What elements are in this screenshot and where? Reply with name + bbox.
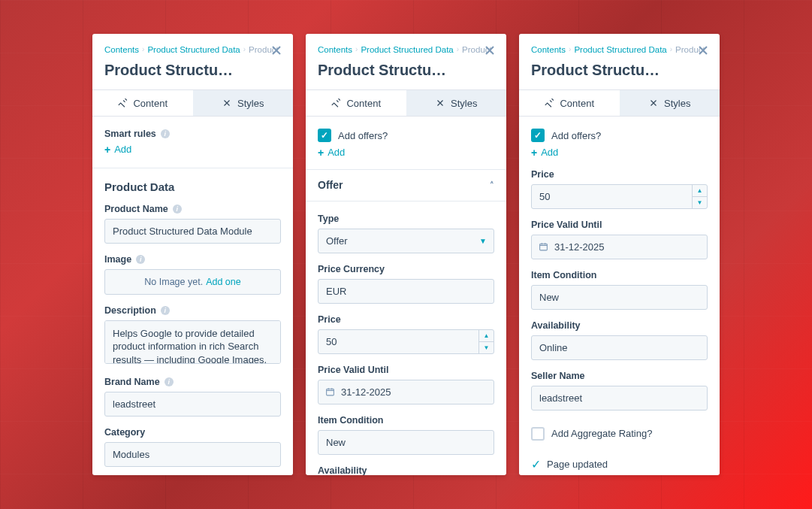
field-label: Seller Name	[531, 371, 585, 381]
status-page-updated: ✓ Page updated	[531, 457, 708, 471]
chevron-right-icon: ›	[355, 46, 358, 53]
field-label: Price	[318, 314, 341, 325]
info-icon[interactable]	[173, 205, 182, 214]
tab-label: Styles	[664, 98, 690, 109]
step-up-icon[interactable]: ▲	[693, 185, 707, 197]
panel-offer: Contents › Product Structured Data › Pro…	[306, 34, 506, 475]
price-valid-until-input[interactable]	[531, 235, 708, 259]
price-input[interactable]	[318, 329, 494, 354]
close-icon[interactable]	[270, 44, 282, 56]
description-input[interactable]: Helps Google to provide detailed product…	[104, 320, 281, 364]
field-label: Brand Name	[104, 377, 160, 387]
section-heading: Product Data	[104, 180, 281, 193]
type-select[interactable]	[318, 229, 494, 253]
price-valid-until-input[interactable]	[318, 380, 494, 404]
tab-label: Styles	[451, 98, 477, 109]
field-label: Category	[104, 427, 145, 438]
tab-styles[interactable]: Styles	[193, 90, 294, 116]
add-offer-button[interactable]: + Add	[318, 147, 345, 158]
chevron-right-icon: ›	[142, 46, 144, 53]
field-label: Availability	[531, 320, 581, 331]
price-currency-input[interactable]	[318, 279, 494, 304]
field-label: Type	[318, 214, 339, 224]
seller-name-input[interactable]	[531, 386, 708, 411]
tab-label: Content	[346, 98, 381, 109]
checkbox-icon	[531, 129, 545, 142]
crumb-psd[interactable]: Product Structured Data	[361, 45, 453, 54]
close-icon[interactable]	[697, 44, 709, 56]
close-icon[interactable]	[484, 44, 496, 56]
field-label: Price Valid Until	[531, 220, 602, 230]
plus-icon: +	[531, 147, 537, 158]
info-icon[interactable]	[161, 306, 170, 315]
tab-label: Styles	[237, 98, 264, 109]
add-offer-button[interactable]: + Add	[531, 147, 558, 158]
price-input[interactable]	[531, 184, 708, 209]
tab-content[interactable]: Content	[519, 90, 620, 116]
svg-rect-1	[540, 244, 548, 250]
chevron-right-icon: ›	[457, 46, 459, 53]
add-smart-rule[interactable]: + Add	[104, 144, 131, 155]
add-aggregate-rating-checkbox[interactable]: Add Aggregate Rating?	[531, 427, 708, 441]
calendar-icon	[325, 387, 335, 397]
checkbox-icon	[531, 427, 545, 441]
product-name-input[interactable]	[104, 219, 281, 244]
field-label: Price Valid Until	[318, 365, 388, 375]
checkbox-icon	[318, 129, 331, 142]
page-title: Product Structu…	[104, 62, 281, 79]
chevron-up-icon: ˄	[490, 180, 494, 190]
item-condition-input[interactable]	[531, 285, 708, 310]
tab-label: Content	[560, 98, 594, 109]
plus-icon: +	[318, 147, 324, 158]
image-picker[interactable]: No Image yet. Add one	[104, 269, 281, 295]
field-label: Price	[531, 169, 554, 180]
step-down-icon[interactable]: ▼	[479, 342, 494, 353]
crumb-contents[interactable]: Contents	[318, 45, 352, 54]
tab-content[interactable]: Content	[306, 90, 406, 116]
breadcrumb: Contents › Product Structured Data › Pro…	[104, 45, 281, 54]
add-image-link[interactable]: Add one	[206, 277, 241, 287]
tabs: Content Styles	[519, 89, 720, 117]
category-input[interactable]	[104, 442, 281, 467]
step-down-icon[interactable]: ▼	[693, 197, 707, 208]
plus-icon: +	[104, 144, 110, 155]
add-offers-checkbox[interactable]: Add offers?	[531, 129, 708, 142]
info-icon[interactable]	[136, 255, 145, 264]
field-label: Item Condition	[318, 415, 384, 426]
item-condition-input[interactable]	[318, 430, 494, 455]
page-title: Product Structu…	[318, 62, 494, 79]
field-label: Item Condition	[531, 270, 597, 280]
tabs: Content Styles	[306, 89, 506, 117]
breadcrumb: Contents › Product Structured Data › Pro…	[531, 45, 708, 54]
breadcrumb: Contents › Product Structured Data › Pro…	[318, 45, 494, 54]
info-icon[interactable]	[165, 377, 174, 386]
check-icon: ✓	[531, 457, 541, 471]
tab-label: Content	[133, 98, 168, 109]
chevron-right-icon: ›	[670, 46, 672, 53]
crumb-psd[interactable]: Product Structured Data	[574, 45, 666, 54]
number-stepper[interactable]: ▲ ▼	[692, 185, 707, 208]
field-label: Availability	[318, 465, 367, 476]
number-stepper[interactable]: ▲ ▼	[478, 330, 494, 353]
calendar-icon	[539, 242, 548, 252]
info-icon[interactable]	[161, 129, 170, 138]
click-here-link[interactable]: Click here	[618, 474, 654, 476]
field-label: Image	[104, 254, 131, 265]
offer-accordion-header[interactable]: Offer ˄	[306, 170, 506, 201]
crumb-contents[interactable]: Contents	[531, 45, 566, 54]
tab-styles[interactable]: Styles	[620, 90, 720, 116]
field-label: Product Name	[104, 204, 168, 214]
add-offers-checkbox[interactable]: Add offers?	[318, 129, 494, 142]
chevron-right-icon: ›	[243, 46, 246, 53]
helper-text: Can't see your updates? Click here	[531, 474, 708, 476]
field-label: Price Currency	[318, 264, 385, 274]
brand-name-input[interactable]	[104, 392, 281, 417]
crumb-contents[interactable]: Contents	[104, 45, 139, 54]
step-up-icon[interactable]: ▲	[479, 330, 494, 342]
field-label: Description	[104, 305, 156, 316]
crumb-psd[interactable]: Product Structured Data	[147, 45, 240, 54]
panel-product-data: Contents › Product Structured Data › Pro…	[92, 34, 293, 475]
tab-styles[interactable]: Styles	[406, 90, 507, 116]
tab-content[interactable]: Content	[92, 90, 193, 116]
availability-input[interactable]	[531, 335, 708, 360]
